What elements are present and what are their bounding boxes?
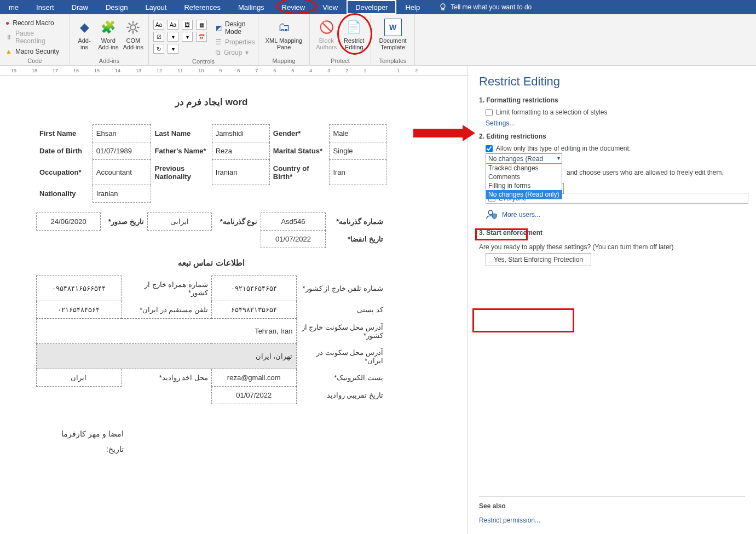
control-repeating[interactable]: ↻	[153, 44, 164, 54]
limit-formatting-checkbox[interactable]: Limit formatting to a selection of style…	[479, 107, 745, 117]
field-passport-no[interactable]: Asd546	[261, 213, 325, 231]
svg-line-10	[136, 23, 138, 25]
field-postal-code[interactable]: ۶۵۴۹۸۲۱۳۵۶۵۴	[211, 301, 296, 319]
start-enforcing-button[interactable]: Yes, Start Enforcing Protection	[486, 253, 591, 266]
store-icon: 🧩	[100, 19, 117, 36]
field-occupation[interactable]: Accountant	[93, 160, 151, 185]
table-row: Occupation* Accountant Previous National…	[36, 160, 386, 185]
editing-type-dropdown[interactable]: No changes (Read only) Tracked changes C…	[486, 153, 562, 172]
ribbon: ●Record Macro ⏸Pause Recording ▲Macro Se…	[0, 14, 756, 66]
lightbulb-icon	[438, 3, 447, 12]
passport-table: شماره گذرنامه* Asd546 نوع گذرنامه* ایران…	[36, 213, 386, 248]
menu-draw[interactable]: Draw	[63, 0, 97, 14]
restrict-editing-button[interactable]: 📄Restrict Editing	[342, 19, 367, 50]
field-dob[interactable]: 01/07/1989	[93, 142, 151, 160]
field-issue-date[interactable]: 24/06/2020	[37, 213, 101, 231]
table-row: تاریخ انقضا* 01/07/2022	[37, 231, 387, 248]
menu-view[interactable]: View	[314, 0, 347, 14]
macro-security-button[interactable]: ▲Macro Security	[4, 47, 60, 56]
field-address-iran[interactable]: تهران، ایران	[37, 344, 297, 369]
menu-file[interactable]: me	[0, 0, 27, 14]
block-authors-button: 🚫Block Authors	[314, 19, 339, 50]
menu-review[interactable]: Review	[273, 0, 314, 14]
group-label-addins: Add-ins	[74, 58, 144, 64]
control-block[interactable]: ▦	[196, 20, 207, 30]
annotation-arrow	[411, 123, 476, 145]
warning-icon: ▲	[5, 48, 12, 55]
control-dropdown[interactable]: ▾	[182, 32, 193, 42]
option-no-changes[interactable]: No changes (Read only)	[486, 190, 562, 199]
group-button: ⧉Group ▾	[215, 48, 256, 57]
group-label-code: Code	[4, 58, 65, 64]
more-users-link[interactable]: More users...	[486, 208, 745, 221]
com-addins-button[interactable]: COM Add-ins	[123, 19, 144, 50]
document-area[interactable]: ایجاد فرم در word First Name Ehsan Last …	[0, 76, 465, 534]
xml-mapping-button[interactable]: 🗂XML Mapping Pane	[263, 19, 305, 50]
restrict-permission-link[interactable]: Restrict permission...	[479, 514, 745, 526]
control-plain-text[interactable]: Aa	[168, 20, 178, 30]
field-gender[interactable]: Male	[330, 125, 386, 142]
field-father-name[interactable]: Reza	[212, 142, 269, 160]
field-nationality[interactable]: Iranian	[93, 185, 151, 203]
record-icon: ●	[5, 19, 9, 27]
ribbon-group-addins: ◆Add-ins 🧩Word Add-ins COM Add-ins Add-i…	[70, 14, 149, 65]
settings-link[interactable]: Settings...	[479, 117, 745, 129]
menu-design[interactable]: Design	[97, 0, 136, 14]
control-rich-text[interactable]: Aa	[153, 20, 164, 30]
option-filling-forms[interactable]: Filling in forms	[486, 181, 562, 190]
menu-insert[interactable]: Insert	[27, 0, 63, 14]
record-macro-button[interactable]: ●Record Macro	[4, 19, 55, 27]
menu-help[interactable]: Help	[396, 0, 429, 14]
document-template-button[interactable]: WDocument Template	[376, 19, 410, 50]
field-mobile-abroad[interactable]: ۰۹۵۴۸۴۱۶۵۶۶۵۴۴	[37, 276, 122, 301]
field-last-name[interactable]: Jamshidi	[212, 125, 269, 142]
menu-references[interactable]: References	[175, 0, 229, 14]
control-picture[interactable]: 🖼	[182, 20, 193, 30]
label-first-name: First Name	[36, 125, 93, 142]
field-passport-type[interactable]: ایرانی	[147, 213, 211, 231]
field-expiry-date[interactable]: 01/07/2022	[261, 231, 325, 248]
properties-button: ☰Properties	[215, 38, 256, 47]
word-doc-icon: W	[384, 19, 402, 36]
table-row: Nationality Iranian	[36, 185, 386, 203]
group-label-templates: Templates	[376, 58, 410, 64]
tell-me-input[interactable]: Tell me what you want to do	[451, 3, 532, 11]
control-date[interactable]: 📅	[196, 32, 207, 42]
gear-icon	[124, 19, 142, 36]
dropdown-options: Tracked changes Comments Filling in form…	[486, 163, 562, 199]
menu-bar: me Insert Draw Design Layout References …	[0, 0, 756, 14]
word-addins-button[interactable]: 🧩Word Add-ins	[97, 19, 119, 50]
field-cob[interactable]: Iran	[330, 160, 386, 185]
field-visa-date[interactable]: 01/07/2022	[211, 387, 296, 404]
ribbon-group-controls: AaAa🖼▦ ☑▾▾📅 ↻▾ ◩Design Mode ☰Properties …	[149, 14, 258, 65]
field-phone-abroad[interactable]: ۰۹۲۱۵۴۶۵۴۶۵۴	[211, 276, 296, 301]
field-email[interactable]: reza@gmail.com	[211, 369, 296, 387]
restrict-editing-pane: Restrict Editing 1. Formatting restricti…	[468, 66, 756, 534]
lock-icon: 📄	[345, 19, 363, 36]
field-phone-iran[interactable]: ۰۲۱۶۵۴۸۴۵۶۴	[37, 301, 122, 319]
allow-editing-checkbox[interactable]: Allow only this type of editing in the d…	[479, 143, 745, 153]
field-prev-nat[interactable]: Iranian	[212, 160, 269, 185]
control-legacy[interactable]: ▾	[168, 44, 178, 54]
field-address-abroad[interactable]: Tehran, Iran	[37, 319, 297, 344]
page: ایجاد فرم در word First Name Ehsan Last …	[14, 76, 408, 473]
field-marital[interactable]: Single	[330, 142, 386, 160]
control-combo[interactable]: ▾	[168, 32, 178, 42]
option-tracked-changes[interactable]: Tracked changes	[486, 164, 562, 173]
ribbon-group-protect: 🚫Block Authors 📄Restrict Editing Protect	[310, 14, 371, 65]
svg-rect-1	[442, 8, 444, 10]
design-mode-button[interactable]: ◩Design Mode	[215, 20, 256, 36]
option-comments[interactable]: Comments	[486, 173, 562, 181]
field-first-name[interactable]: Ehsan	[93, 125, 151, 142]
menu-developer[interactable]: Developer	[347, 0, 396, 14]
pause-icon: ⏸	[5, 33, 12, 41]
contact-section-title: اطلاعات تماس تبعه	[36, 258, 386, 268]
control-checkbox[interactable]: ☑	[153, 32, 164, 42]
menu-mailings[interactable]: Mailings	[229, 0, 273, 14]
addins-button[interactable]: ◆Add-ins	[74, 19, 94, 50]
table-row: آدرس محل سکونت خارج از کشور* Tehran, Ira…	[37, 319, 387, 344]
table-row: شماره تلفن خارج از کشور* ۰۹۲۱۵۴۶۵۴۶۵۴ شم…	[37, 276, 387, 301]
menu-layout[interactable]: Layout	[136, 0, 175, 14]
field-visa-place[interactable]: ایران	[37, 369, 122, 387]
group-icon: ⧉	[216, 49, 221, 56]
